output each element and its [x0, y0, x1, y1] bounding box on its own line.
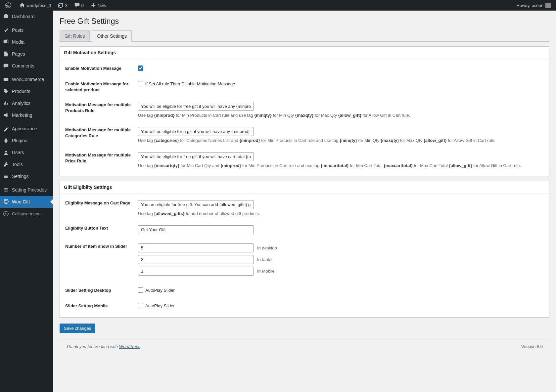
slider-desktop-input[interactable]	[138, 243, 254, 252]
multi-products-label: Motivation Message for multiple Products…	[65, 102, 138, 113]
howdy-account[interactable]: Howdy, ocean	[514, 0, 553, 11]
sidebar-item-woocommerce[interactable]: WooCommerce	[0, 73, 53, 85]
multi-products-input[interactable]	[138, 102, 254, 111]
multi-cats-input[interactable]	[138, 127, 254, 136]
autoplay-desktop-label: AutoPlay Slider	[145, 288, 175, 293]
sidebar-item-label: Products	[12, 89, 30, 94]
slider-mobile-input[interactable]	[138, 267, 254, 276]
dashboard-icon	[3, 13, 9, 20]
media-icon	[3, 39, 9, 45]
sidebar-item-marketing[interactable]: Marketing	[0, 109, 53, 121]
sidebar-item-posts[interactable]: Posts	[0, 24, 53, 36]
sidebar-item-settings[interactable]: Settings	[0, 170, 53, 182]
svg-point-7	[6, 190, 7, 191]
collapse-icon	[3, 210, 9, 217]
howdy-text: Howdy, ocean	[517, 3, 543, 8]
sidebar-item-products[interactable]: Products	[0, 85, 53, 97]
comments-bubble[interactable]: 0	[71, 0, 86, 11]
slider-desktop-hint: In desktop	[257, 245, 277, 250]
autoplay-desktop-checkbox[interactable]	[138, 287, 143, 293]
multi-price-label: Motivation Message for multiple Price Ru…	[65, 152, 138, 164]
slider-setting-mobile-label: Slider Setting Mobile	[65, 303, 138, 309]
gear-icon	[3, 198, 9, 205]
svg-point-3	[5, 175, 6, 176]
sidebar-item-label: Pages	[12, 51, 25, 57]
settings-icon	[3, 187, 9, 193]
admin-bar-left: wordpress_3 3 0 New	[3, 0, 109, 11]
slider-tablet-hint: In tablet	[257, 257, 272, 262]
autoplay-mobile-checkbox[interactable]	[138, 303, 143, 308]
sidebar-item-appearance[interactable]: Appearance	[0, 123, 53, 135]
eligibility-btn-label: Eligiblity Button Text	[65, 225, 138, 231]
woo-icon	[3, 76, 9, 83]
sidebar-item-dashboard[interactable]: Dashboard	[0, 11, 53, 22]
avatar	[545, 3, 551, 8]
wp-logo[interactable]	[3, 0, 15, 11]
site-title: wordpress_3	[26, 3, 51, 8]
tools-icon	[3, 161, 9, 168]
appearance-icon	[3, 125, 9, 132]
multi-price-desc: Use tag {mincartqty} for Min Cart Qty an…	[138, 163, 544, 168]
admin-bar: wordpress_3 3 0 New Howdy, ocean	[0, 0, 556, 11]
footer-thanks: Thank you for creating with	[66, 344, 119, 349]
motivation-panel-header: Gift Motivation Settings	[60, 47, 549, 59]
multi-price-input[interactable]	[138, 152, 254, 161]
sidebar-item-label: Marketing	[12, 112, 32, 118]
svg-rect-1	[4, 78, 8, 81]
slider-count-label: Number of item show in Slider	[65, 243, 138, 249]
comment-icon	[3, 63, 9, 69]
users-icon	[3, 149, 9, 156]
marketing-icon	[3, 112, 9, 118]
sidebar-item-users[interactable]: Users	[0, 147, 53, 158]
collapse-menu[interactable]: Collapse menu	[0, 208, 53, 220]
comments-count: 0	[81, 3, 84, 8]
admin-sidebar: DashboardPostsMediaPagesCommentsWooComme…	[0, 11, 53, 392]
enable-selected-checkbox[interactable]	[138, 81, 143, 86]
sidebar-item-label: Dashboard	[12, 14, 35, 19]
site-name[interactable]: wordpress_3	[17, 0, 54, 11]
slider-tablet-input[interactable]	[138, 255, 254, 264]
sidebar-item-label: Media	[12, 39, 24, 45]
tab-gift-rules[interactable]: Gift Rules	[60, 30, 90, 41]
sidebar-item-analytics[interactable]: Analytics	[0, 97, 53, 109]
product-icon	[3, 88, 9, 95]
enable-selected-hint: if Set All rule Then Disable Motivation …	[145, 81, 235, 86]
main-content: Free Gift Settings Gift RulesOther Setti…	[53, 0, 556, 392]
home-icon	[19, 2, 25, 8]
sidebar-item-comments[interactable]: Comments	[0, 60, 53, 72]
sidebar-item-label: Analytics	[12, 101, 30, 106]
updates-count: 3	[65, 3, 67, 8]
svg-point-5	[5, 177, 6, 178]
enable-motivation-checkbox[interactable]	[138, 65, 143, 71]
save-button[interactable]: Save changes	[60, 324, 95, 333]
sidebar-item-media[interactable]: Media	[0, 36, 53, 48]
footer-version: Version 6.0	[521, 344, 543, 349]
admin-bar-right: Howdy, ocean	[514, 0, 553, 11]
sidebar-item-label: Plugins	[12, 138, 27, 143]
sidebar-item-tools[interactable]: Tools	[0, 158, 53, 170]
sidebar-item-label: Settings	[12, 174, 29, 179]
page-title: Free Gift Settings	[60, 14, 549, 30]
eligibility-panel: Gift Eligiblity Settings Eligiblity Mess…	[60, 181, 549, 318]
sidebar-item-woo-gift[interactable]: Woo Gift	[0, 196, 53, 208]
motivation-panel: Gift Motivation Settings Enable Motivati…	[60, 46, 549, 176]
sidebar-item-setting-pincodes[interactable]: Setting Pincodes	[0, 184, 53, 196]
updates[interactable]: 3	[55, 0, 70, 11]
new-content[interactable]: New	[88, 0, 109, 11]
settings-icon	[3, 173, 9, 180]
pin-icon	[3, 27, 9, 33]
eligibility-btn-input[interactable]	[138, 225, 254, 234]
sidebar-item-label: Comments	[12, 63, 34, 68]
eligibility-msg-desc: Use tag {allowed_gifts} to add number of…	[138, 211, 544, 216]
sidebar-item-pages[interactable]: Pages	[0, 48, 53, 60]
sidebar-item-label: Tools	[12, 162, 23, 167]
enable-selected-label: Enable Motivation Message for selected p…	[65, 81, 138, 93]
eligibility-msg-input[interactable]	[138, 200, 254, 209]
plugin-icon	[3, 137, 9, 144]
tab-other-settings[interactable]: Other Settings	[92, 30, 132, 42]
sidebar-item-plugins[interactable]: Plugins	[0, 135, 53, 147]
svg-point-8	[5, 191, 6, 192]
footer-wp-link[interactable]: WordPress	[119, 344, 140, 349]
sidebar-item-label: Users	[12, 150, 24, 155]
sidebar-item-label: Appearance	[12, 126, 37, 131]
